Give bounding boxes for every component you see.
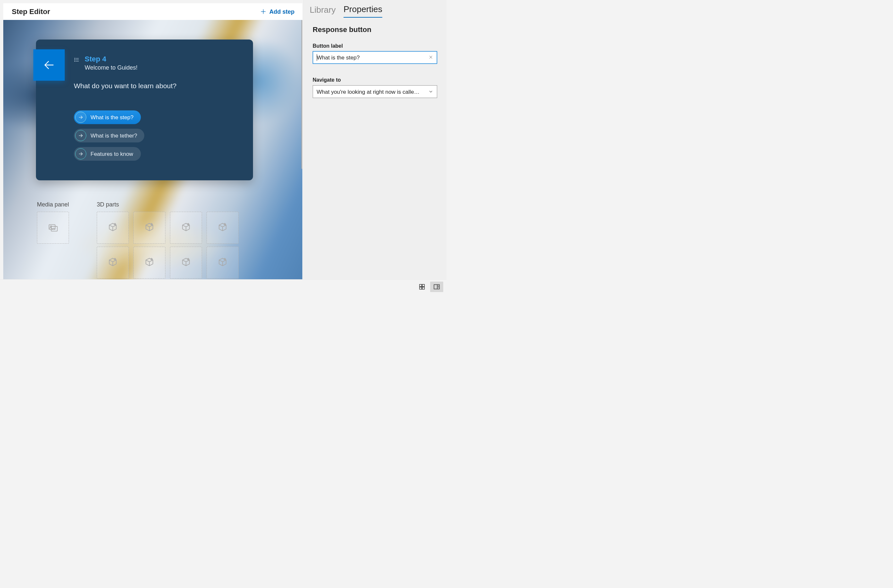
step-title: Step 4 <box>85 54 138 63</box>
3d-part-slot[interactable] <box>97 212 129 244</box>
cube-icon <box>144 222 155 233</box>
editor-header: Step Editor Add step <box>3 3 302 20</box>
cube-icon <box>217 222 228 233</box>
cube-icon <box>181 257 191 268</box>
page-title: Step Editor <box>12 8 50 16</box>
navigate-to-field-label: Navigate to <box>313 77 437 83</box>
properties-section-title: Response button <box>313 26 437 34</box>
grid-view-button[interactable] <box>415 282 428 292</box>
svg-rect-18 <box>422 284 425 286</box>
navigate-to-value: What you're looking at right now is call… <box>317 88 420 95</box>
tab-library[interactable]: Library <box>310 5 336 18</box>
arrow-left-icon <box>43 59 55 71</box>
response-label: Features to know <box>90 151 133 157</box>
arrow-right-icon <box>78 115 83 120</box>
cube-icon <box>108 222 118 233</box>
navigate-to-dropdown[interactable]: What you're looking at right now is call… <box>313 85 437 98</box>
step-prompt: What do you want to learn about? <box>74 82 176 90</box>
media-panel-label: Media panel <box>37 201 69 208</box>
svg-rect-19 <box>420 287 422 290</box>
response-label: What is the tether? <box>90 132 137 139</box>
close-icon <box>428 55 433 60</box>
image-icon <box>48 222 58 233</box>
outline-list-icon <box>74 57 80 63</box>
button-label-input[interactable]: What is the step? <box>313 51 437 64</box>
arrow-right-icon <box>78 133 83 138</box>
cube-icon <box>217 257 228 268</box>
tab-properties[interactable]: Properties <box>344 4 382 18</box>
3d-part-slot[interactable] <box>207 212 239 244</box>
3d-part-slot[interactable] <box>170 212 202 244</box>
svg-rect-21 <box>434 285 440 289</box>
response-list: What is the step? What is the tether? Fe… <box>74 110 144 161</box>
add-step-button[interactable]: Add step <box>260 8 295 15</box>
response-label: What is the step? <box>90 114 133 120</box>
bottom-toolbar <box>0 279 446 294</box>
grid-icon <box>419 284 425 290</box>
3d-part-slot[interactable] <box>133 212 165 244</box>
svg-rect-20 <box>422 287 425 290</box>
preview-scrollbar[interactable] <box>301 20 302 291</box>
cube-icon <box>108 257 118 268</box>
cube-icon <box>181 222 191 233</box>
plus-icon <box>260 8 267 15</box>
side-tabs: Library Properties <box>304 0 447 18</box>
3d-part-slot[interactable] <box>133 247 165 279</box>
svg-point-5 <box>75 60 75 60</box>
detail-view-icon <box>433 284 440 290</box>
svg-point-7 <box>75 61 75 62</box>
response-button-3[interactable]: Features to know <box>74 147 141 161</box>
step-subtitle: Welcome to Guides! <box>85 64 138 71</box>
response-button-2[interactable]: What is the tether? <box>74 129 144 142</box>
svg-point-3 <box>75 58 75 59</box>
svg-rect-17 <box>420 284 422 286</box>
3d-part-slot[interactable] <box>170 247 202 279</box>
3d-part-slot[interactable] <box>207 247 239 279</box>
cube-icon <box>144 257 155 268</box>
add-step-label: Add step <box>269 8 295 15</box>
3d-parts-label: 3D parts <box>97 201 239 208</box>
chevron-down-icon <box>428 89 433 94</box>
back-button[interactable] <box>33 50 65 81</box>
response-button-1[interactable]: What is the step? <box>74 110 141 124</box>
detail-view-button[interactable] <box>430 282 443 292</box>
media-slot[interactable] <box>37 212 69 244</box>
step-card: Step 4 Welcome to Guides! What do you wa… <box>36 39 253 180</box>
clear-input-button[interactable] <box>428 55 433 60</box>
3d-part-slot[interactable] <box>97 247 129 279</box>
button-label-value: What is the step? <box>317 54 359 61</box>
preview-area: Step 4 Welcome to Guides! What do you wa… <box>3 20 302 291</box>
button-label-field-label: Button label <box>313 43 437 49</box>
arrow-right-icon <box>78 152 83 156</box>
